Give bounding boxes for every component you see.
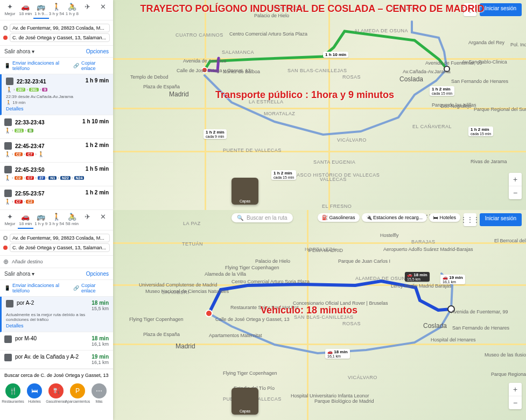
filter-chip[interactable]: ⛽ Gasolineras (318, 213, 360, 222)
top-panel: ✦Mejor🚗18 min🚌1 h 9...🚶3 h y 54🚴1 h y 8✈… (0, 0, 526, 210)
route-duration: 1 h 5 min (86, 166, 109, 172)
travel-mode-tab[interactable]: ✈ (80, 211, 95, 229)
poi-button[interactable]: PAparcamientos (68, 383, 87, 403)
copy-link[interactable]: 🔗 Copiar enlace (73, 60, 109, 71)
top-map[interactable]: MadridHORTALEZABARAJASCUATRO CAMINOSSALA… (113, 0, 526, 210)
layers-button[interactable]: Capas (232, 388, 258, 415)
map-label: SANTA EUGENIA (313, 159, 355, 165)
poi-button[interactable]: ⋯Más (89, 383, 109, 403)
map-label: Apartamentos Maternitat (209, 333, 262, 338)
route-details-link[interactable]: Detalles (6, 323, 109, 328)
zoom-in-button[interactable]: + (509, 173, 522, 186)
destination-row: C. de José Ortega y Gasset, 13, Salaman.… (3, 33, 110, 42)
travel-mode-tab[interactable]: 🚴1 h y 8 (64, 1, 80, 19)
layers-button[interactable]: Capas (232, 178, 258, 205)
driving-route-item[interactable]: por Av. de la Cañada y A-2 19 min 16,1 k… (0, 351, 113, 369)
mode-time: 18 min (18, 11, 33, 16)
map-label: Centro Comercial Arturo Soria Plaza (232, 279, 310, 284)
map-label: Flying Tiger Copenhagen (225, 265, 279, 270)
driving-route-item[interactable]: por M-40 18 min 16,1 km (0, 332, 113, 351)
map-label: CASCO HISTÓRICO DE VALLECAS (293, 172, 380, 178)
mode-time: 58 min (64, 221, 80, 226)
close-button[interactable]: ✕ (95, 211, 111, 229)
zoom-out-button[interactable]: − (509, 396, 522, 409)
origin-input[interactable]: Av. de Fuentemar, 99, 28823 Coslada, M..… (10, 234, 110, 242)
map-label: Plaza de España (143, 84, 180, 89)
duration-chip[interactable]: 1 h 2 mincada 15 min (468, 127, 493, 136)
app-menu-button[interactable]: ⋮⋮⋮ (464, 213, 476, 226)
map-label: Alameda de la Villa (205, 271, 246, 277)
map-label: Templo de Debod (130, 74, 169, 80)
travel-mode-tab[interactable]: ✦Mejor (2, 211, 18, 229)
duration-chip[interactable]: 1 h 10 min (323, 52, 348, 58)
zoom-in-button[interactable]: + (509, 383, 522, 396)
travel-mode-tab[interactable]: 🚶3 h y 54 (49, 211, 65, 229)
travel-mode-tab[interactable]: 🚗18 min (18, 1, 33, 19)
duration-chip[interactable]: 1 h 2 mincada 9 min (204, 129, 227, 139)
destination-dot-icon (3, 246, 8, 250)
map-label: Flying Tiger Copenhagen (223, 370, 277, 376)
route-duration: 18 min (92, 335, 109, 341)
filter-chip[interactable]: 🛏 Hoteles (429, 213, 460, 222)
filter-chip[interactable]: 🔌 Estaciones de recarg... (362, 213, 427, 222)
depart-label[interactable]: Salir ahora ▾ (4, 48, 34, 54)
travel-mode-tab[interactable]: 🚴58 min (64, 211, 80, 229)
map-label: Plaza de España (143, 332, 180, 337)
duration-chip[interactable]: 🚗 18 min16,1 km (325, 349, 350, 359)
origin-input[interactable]: Av. de Fuentemar, 99, 28823 Coslada, M..… (10, 24, 110, 32)
depart-label[interactable]: Salir ahora ▾ (4, 271, 34, 277)
map-label: ALAMEDA DE OSUNA (355, 276, 409, 281)
send-to-phone[interactable]: 📱 Enviar indicaciones al teléfono (4, 283, 73, 293)
transit-route-item[interactable]: 22:55-23:57 1 h 2 min 🚶›C7›C2 (0, 186, 113, 210)
route-description: Actualmente es la mejor ruta debido a la… (6, 312, 109, 322)
options-link[interactable]: Opciones (86, 271, 109, 277)
duration-chip[interactable]: 1 h 2 mincada 15 min (430, 86, 454, 96)
travel-mode-tab[interactable]: ✈ (80, 1, 95, 19)
travel-mode-tab[interactable]: 🚗18 min (18, 211, 33, 229)
destination-input[interactable]: C. de José Ortega y Gasset, 13, Salaman.… (10, 243, 110, 252)
transit-route-item[interactable]: 22:45-23:50 1 h 5 min 🚶›C2›C7›27›N1›N22›… (0, 163, 113, 186)
send-to-phone[interactable]: 📱 Enviar indicaciones al teléfono (4, 60, 73, 71)
travel-mode-tab[interactable]: ✦Mejor (2, 1, 18, 19)
origin-row: Av. de Fuentemar, 99, 28823 Coslada, M..… (3, 24, 110, 32)
copy-link[interactable]: 🔗 Copiar enlace (73, 283, 109, 293)
poi-button[interactable]: 🍴Restaurantes (3, 383, 23, 403)
zoom-out-button[interactable]: − (509, 186, 522, 199)
route-duration: 1 h 10 min (82, 118, 109, 124)
route-times: 22:32-23:41 (17, 79, 46, 85)
map-label: San Fernando de Henares (451, 79, 508, 84)
poi-button[interactable]: ⛽Gasolineras (46, 383, 66, 403)
route-duration: 18 min (92, 300, 109, 306)
send-row: 📱 Enviar indicaciones al teléfono 🔗 Copi… (0, 58, 113, 74)
top-locations: Av. de Fuentemar, 99, 28823 Coslada, M..… (0, 20, 113, 46)
map-label: Hospital del Henares (431, 337, 476, 342)
map-label: EL CAÑAVERAL (412, 124, 452, 129)
depart-row: Salir ahora ▾ Opciones (0, 46, 113, 58)
driving-route-item[interactable]: por A-2 18 min 15,5 km Actualmente es la… (0, 297, 113, 332)
duration-chip[interactable]: 🚗 19 min16,1 km (440, 275, 465, 284)
svg-point-2 (206, 310, 212, 317)
map-label: Av.San Pablo-Clinica (462, 59, 507, 65)
duration-chip[interactable]: 🚗 18 min15,5 km (405, 272, 430, 282)
signin-button[interactable]: Iniciar sesión (480, 213, 522, 226)
add-destination[interactable]: ⊕ Añadir destino (0, 256, 113, 268)
transit-route-item[interactable]: 22:45-23:47 1 h 2 min 🚶›C2›C7›🚶 (0, 139, 113, 163)
travel-mode-tab[interactable]: 🚶3 h y 54 (49, 1, 65, 19)
transit-route-item[interactable]: 22:32-23:41 1 h 9 min 🚶›287›281›9 22:39 … (0, 74, 113, 115)
map-label: Rivas de Jarama (471, 159, 507, 164)
destination-input[interactable]: C. de José Ortega y Gasset, 13, Salaman.… (10, 33, 110, 42)
route-duration: 1 h 2 min (86, 142, 109, 148)
route-search-input[interactable]: 🔍 Buscar en la ruta (232, 213, 293, 222)
map-label: SALAMANCA (222, 50, 254, 55)
travel-mode-tab[interactable]: 🚌1 h 9... (33, 1, 49, 19)
travel-mode-tab[interactable]: 🚌1 h y 9 (33, 211, 49, 229)
duration-chip[interactable]: 1 h 2 mincada 15 min (271, 170, 296, 180)
options-link[interactable]: Opciones (86, 48, 109, 54)
route-details-link[interactable]: Detalles (6, 106, 109, 111)
transit-route-item[interactable]: 22:33-23:43 1 h 10 min 🚶›281›B (0, 115, 113, 139)
destination-dot-icon (3, 36, 8, 40)
mode-icon: 🚌 (33, 3, 49, 11)
mode-icon: ✦ (2, 3, 18, 11)
poi-button[interactable]: 🛏Hoteles (25, 383, 44, 403)
mode-time: 18 min (18, 221, 33, 226)
